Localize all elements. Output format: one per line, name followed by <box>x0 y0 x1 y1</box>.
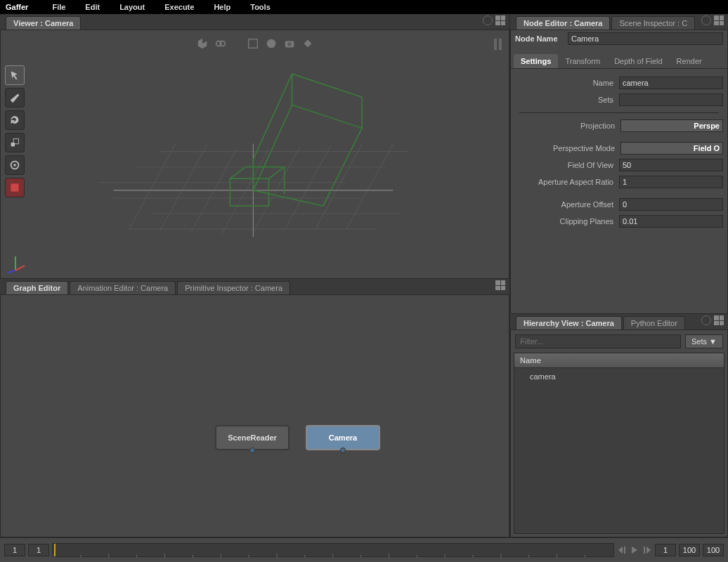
menu-tools[interactable]: Tools <box>240 3 280 11</box>
move-tool[interactable] <box>5 88 25 107</box>
shaded-icon[interactable] <box>265 37 278 50</box>
timeline-track[interactable] <box>52 543 614 557</box>
menu-layout[interactable]: Layout <box>110 3 155 11</box>
svg-line-33 <box>15 266 25 270</box>
hierarchy-tab[interactable]: Hierarchy View : Camera <box>516 316 622 329</box>
settings-tab[interactable]: Settings <box>514 54 558 68</box>
viewport-3d[interactable] <box>36 58 502 292</box>
menu-execute[interactable]: Execute <box>155 3 204 11</box>
hierarchy-tree[interactable]: camera <box>514 368 724 534</box>
node-name-input[interactable] <box>568 32 723 45</box>
select-tool[interactable] <box>5 65 25 85</box>
svg-line-17 <box>129 144 176 230</box>
svg-line-29 <box>269 167 285 179</box>
layout-icon[interactable] <box>495 15 505 25</box>
expand-icon[interactable] <box>214 37 227 50</box>
svg-line-24 <box>346 144 393 230</box>
node-editor-subtabs: Settings Transform Depth of Field Render <box>511 51 727 69</box>
svg-line-21 <box>253 147 299 233</box>
timeline-end-input[interactable] <box>679 544 700 556</box>
animation-editor-tab[interactable]: Animation Editor : Camera <box>70 281 176 294</box>
projection-dropdown[interactable]: Perspe <box>620 119 723 132</box>
transform-tab[interactable]: Transform <box>558 54 607 68</box>
svg-rect-10 <box>11 183 18 191</box>
graph-editor-panel[interactable]: SceneReader Camera <box>0 294 509 537</box>
svg-point-9 <box>13 164 16 166</box>
scale-tool[interactable] <box>5 133 25 152</box>
perspective-mode-label: Perspective Mode <box>515 144 620 152</box>
node-scenereader[interactable]: SceneReader <box>215 425 290 450</box>
timeline <box>0 537 728 562</box>
viewer-tab[interactable]: Viewer : Camera <box>6 16 81 30</box>
wireframe-icon[interactable] <box>247 37 259 50</box>
offset-input[interactable] <box>619 198 723 211</box>
pin-icon[interactable] <box>701 315 711 325</box>
clipping-label: Clipping Planes <box>515 217 619 226</box>
primitive-inspector-tab[interactable]: Primitive Inspector : Camera <box>177 281 290 294</box>
sets-input[interactable] <box>619 93 723 106</box>
node-output-port[interactable] <box>340 447 346 453</box>
svg-line-34 <box>8 270 15 273</box>
aspect-input[interactable] <box>619 176 723 188</box>
clipping-input[interactable] <box>619 215 723 228</box>
name-label: Name <box>515 79 619 87</box>
offset-label: Aperture Offset <box>515 200 619 209</box>
svg-line-20 <box>222 148 268 234</box>
layout-icon[interactable] <box>714 15 724 25</box>
play-icon[interactable] <box>630 545 639 555</box>
svg-rect-6 <box>11 143 15 146</box>
sets-button[interactable]: Sets ▼ <box>685 334 723 348</box>
menu-edit[interactable]: Edit <box>75 3 110 11</box>
timeline-total-input[interactable] <box>703 544 724 556</box>
pause-icon[interactable] <box>494 39 502 50</box>
svg-point-5 <box>287 42 291 46</box>
axis-gizmo[interactable] <box>5 253 26 274</box>
name-input[interactable] <box>619 77 723 89</box>
node-editor-tab[interactable]: Node Editor : Camera <box>516 16 610 30</box>
hierarchy-item[interactable]: camera <box>520 371 718 382</box>
render-tab[interactable]: Render <box>670 54 709 68</box>
camera-tool[interactable] <box>5 155 25 175</box>
app-logo: Gaffer <box>6 3 28 11</box>
hierarchy-header: Name <box>514 353 724 368</box>
rotate-tool[interactable] <box>5 110 25 130</box>
node-name-label: Node Name <box>515 34 568 43</box>
node-camera[interactable]: Camera <box>306 425 380 450</box>
perspective-mode-dropdown[interactable]: Field O <box>620 142 723 155</box>
scene-inspector-tab[interactable]: Scene Inspector : C <box>611 16 695 30</box>
cube-icon[interactable] <box>196 37 209 50</box>
prev-frame-icon[interactable] <box>617 545 627 555</box>
hierarchy-panel: Sets ▼ Name camera <box>510 329 728 537</box>
svg-line-23 <box>316 144 362 230</box>
graph-editor-tab[interactable]: Graph Editor <box>6 281 68 294</box>
projection-label: Projection <box>515 122 620 130</box>
viewer-side-toolbar <box>5 65 25 197</box>
python-editor-tab[interactable]: Python Editor <box>623 316 685 329</box>
diamond-icon[interactable] <box>301 37 314 50</box>
depth-of-field-tab[interactable]: Depth of Field <box>607 54 669 68</box>
node-label: Camera <box>329 433 357 442</box>
crop-tool[interactable] <box>5 178 25 197</box>
filter-input[interactable] <box>515 334 681 348</box>
menu-help[interactable]: Help <box>204 3 240 11</box>
camera-icon[interactable] <box>283 37 296 50</box>
pin-icon[interactable] <box>701 15 711 25</box>
graph-tab-bar: Graph Editor Animation Editor : Camera P… <box>0 279 509 294</box>
svg-line-28 <box>230 167 245 179</box>
fov-label: Field Of View <box>515 161 619 169</box>
node-label: SceneReader <box>228 433 277 442</box>
layout-icon[interactable] <box>714 315 724 325</box>
timeline-current-input[interactable] <box>28 544 49 556</box>
node-editor-panel: Node Name Settings Transform Depth of Fi… <box>510 30 728 314</box>
fov-input[interactable] <box>619 159 723 171</box>
timeline-start-input[interactable] <box>4 544 25 556</box>
menu-file[interactable]: File <box>42 3 75 11</box>
layout-icon[interactable] <box>495 280 505 290</box>
pin-icon[interactable] <box>483 15 493 25</box>
next-frame-icon[interactable] <box>642 545 652 555</box>
viewer-tab-bar: Viewer : Camera <box>0 14 509 30</box>
sets-label: Sets <box>515 96 619 104</box>
node-output-port[interactable] <box>249 447 255 453</box>
viewer-panel <box>0 30 509 279</box>
timeline-frame-input[interactable] <box>655 544 676 556</box>
